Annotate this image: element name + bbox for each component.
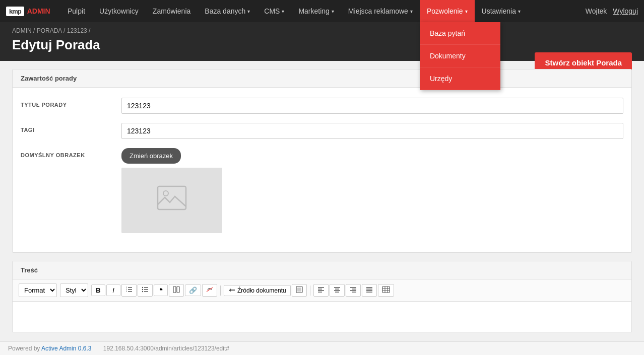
nav-right: Wojtek Wyloguj [586, 7, 644, 15]
breadcrumb-admin[interactable]: ADMIN [12, 27, 32, 34]
unordered-list-button[interactable] [138, 284, 153, 297]
breadcrumb-porada[interactable]: PORADA [37, 27, 62, 34]
top-navigation: kmp ADMIN Pulpit Użytkownicy Zamówienia … [0, 0, 644, 22]
svg-rect-18 [297, 288, 301, 292]
section-content: Zawartość porady TYTUŁ PORADY TAGI DOMYŚ… [12, 69, 632, 253]
link-button[interactable]: 🔗 [185, 285, 201, 296]
nav-marketing[interactable]: Marketing▾ [291, 0, 341, 22]
nav-ustawienia[interactable]: Ustawienia▾ [475, 0, 528, 22]
format-select[interactable]: Format [19, 283, 57, 297]
footer-link[interactable]: Active Admin 0.6.3 [41, 345, 91, 348]
form-row-image: DOMYŚLNY OBRAZEK Zmień obrazek [21, 148, 623, 233]
dropdown-urzedy[interactable]: Urzędy [420, 67, 500, 90]
form-row-tags: TAGI [21, 123, 623, 139]
nav-items: Pulpit Użytkownicy Zamówienia Baza danyc… [60, 0, 586, 22]
italic-button[interactable]: I [106, 285, 120, 296]
bold-button[interactable]: B [91, 285, 105, 296]
section-content-header: Zawartość porady [13, 69, 631, 88]
label-tagi: TAGI [21, 123, 111, 133]
nav-user: Wojtek [586, 7, 607, 15]
breadcrumb-id[interactable]: 123123 [67, 27, 87, 34]
table-button[interactable] [378, 284, 394, 297]
logo-area: kmp ADMIN [0, 7, 60, 16]
svg-point-12 [142, 289, 143, 290]
source-btn-label: Źródło dokumentu [237, 287, 286, 294]
breadcrumb: ADMIN / PORADA / 123123 / [12, 27, 632, 34]
align-left-button[interactable] [313, 284, 329, 297]
align-justify-button[interactable] [362, 284, 377, 297]
page-header: ADMIN / PORADA / 123123 / Edytuj Porada … [0, 22, 644, 61]
svg-rect-15 [177, 287, 179, 293]
section-tresc: Treść Format Styl B I 123 ❝ 🔗 [12, 261, 632, 332]
logo-kmp: kmp [6, 7, 24, 16]
change-image-button[interactable]: Zmień obrazek [121, 148, 181, 164]
fullscreen-button[interactable] [292, 284, 307, 297]
nav-zamowienia[interactable]: Zamówienia [146, 0, 198, 22]
nav-pulpit[interactable]: Pulpit [60, 0, 92, 22]
input-tagi[interactable] [121, 123, 623, 139]
input-tytul[interactable] [121, 98, 623, 114]
image-section: Zmień obrazek [121, 148, 222, 233]
svg-rect-0 [158, 186, 186, 209]
editor-area[interactable] [13, 302, 631, 332]
footer-bar: Powered by Active Admin 0.6.3 192.168.50… [0, 341, 644, 348]
dropdown-dokumenty[interactable]: Dokumenty [420, 45, 500, 67]
footer-text: Powered by [8, 345, 40, 348]
style-select[interactable]: Styl [60, 283, 88, 297]
unlink-button[interactable] [202, 284, 217, 297]
align-right-button[interactable] [346, 284, 361, 297]
ordered-list-button[interactable]: 123 [121, 284, 137, 297]
svg-point-11 [142, 287, 143, 288]
label-tytul: TYTUŁ PORADY [21, 98, 111, 108]
main-content: Zawartość porady TYTUŁ PORADY TAGI DOMYŚ… [0, 61, 644, 348]
status-url: 192.168.50.4:3000/admin/articles/123123/… [103, 345, 229, 348]
nav-baza-danych[interactable]: Baza danych▾ [198, 0, 257, 22]
section-tresc-header: Treść [13, 261, 631, 279]
pozwolenie-dropdown: Baza pytań Dokumenty Urzędy [420, 22, 500, 90]
align-center-button[interactable] [330, 284, 345, 297]
toolbar-sep-2 [310, 286, 310, 296]
nav-logout[interactable]: Wyloguj [613, 7, 638, 15]
blockquote-button[interactable]: ❝ [154, 285, 168, 296]
section-content-body: TYTUŁ PORADY TAGI DOMYŚLNY OBRAZEK Zmień… [13, 88, 631, 252]
nav-cms[interactable]: CMS▾ [257, 0, 291, 22]
image-placeholder [121, 168, 222, 233]
page-title: Edytuj Porada [12, 37, 632, 53]
form-row-title: TYTUŁ PORADY [21, 98, 623, 114]
image-placeholder-icon [157, 185, 187, 216]
svg-point-1 [163, 191, 168, 196]
nav-uzytkownicy[interactable]: Użytkownicy [92, 0, 146, 22]
nav-miejsca-reklamowe[interactable]: Miejsca reklamowe▾ [341, 0, 420, 22]
svg-rect-14 [173, 287, 176, 293]
source-button[interactable]: Źródło dokumentu [224, 285, 291, 296]
logo-admin: ADMIN [27, 7, 50, 15]
svg-text:3: 3 [126, 290, 127, 293]
toolbar-sep-1 [220, 286, 221, 296]
svg-line-16 [207, 288, 213, 292]
special-button[interactable] [169, 284, 184, 297]
svg-point-13 [142, 291, 143, 292]
nav-pozwolenie[interactable]: Pozwolenie▾ Baza pytań Dokumenty Urzędy [420, 0, 475, 22]
label-obrazek: DOMYŚLNY OBRAZEK [21, 148, 111, 158]
dropdown-baza-pytan[interactable]: Baza pytań [420, 22, 500, 45]
editor-toolbar: Format Styl B I 123 ❝ 🔗 [13, 279, 631, 302]
svg-rect-35 [382, 287, 390, 293]
